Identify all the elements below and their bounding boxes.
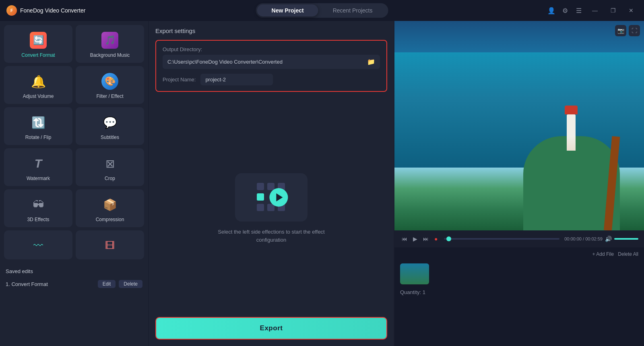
extra-2-icon: 🎞 — [101, 237, 119, 255]
tab-new-project[interactable]: New Project — [257, 4, 318, 17]
file-list-area: + Add File Delete All Quantity: 1 — [394, 247, 644, 346]
app-logo-icon: F — [6, 5, 17, 16]
delete-all-button[interactable]: Delete All — [618, 251, 638, 257]
tool-background-music[interactable]: 🎵 Background Music — [76, 25, 144, 63]
tab-recent-projects[interactable]: Recent Projects — [318, 4, 387, 17]
file-list-header: + Add File Delete All — [400, 251, 638, 257]
rotate-flip-label: Rotate / Flip — [25, 135, 52, 140]
video-controls-bar: ⏮ ▶ ⏭ ● 00:00:00 / 00:02:59 🔊 — [394, 230, 644, 247]
tool-filter-effect[interactable]: 🎨 Filter / Effect — [76, 66, 144, 104]
output-directory-value: C:\Users\pc\FoneDog Video Converter\Conv… — [167, 59, 364, 65]
rotate-flip-icon: 🔃 — [29, 114, 47, 131]
output-directory-value-row[interactable]: C:\Users\pc\FoneDog Video Converter\Conv… — [163, 55, 380, 69]
record-button[interactable]: ● — [433, 235, 439, 243]
nav-tabs: New Project Recent Projects — [256, 3, 388, 18]
filter-effect-icon: 🎨 — [101, 73, 119, 90]
progress-track[interactable] — [444, 238, 559, 240]
window-controls: 👤 ⚙ ☰ — ❐ ✕ — [547, 6, 638, 15]
preview-overlay-btns: 📷 ⛶ — [615, 25, 640, 36]
play-button-overlay — [269, 188, 288, 207]
video-thumbnail — [394, 21, 644, 230]
output-directory-label: Output Directory: — [163, 46, 380, 52]
main-layout: 🔄 Convert Format 🎵 Background Music 🔔 Ad… — [0, 21, 644, 346]
watermark-label: Watermark — [27, 176, 50, 181]
title-bar: F FoneDog Video Converter New Project Re… — [0, 0, 644, 21]
lighthouse-body — [567, 114, 576, 151]
center-panel: Export settings Output Directory: C:\Use… — [149, 21, 394, 346]
saved-edit-name: 1. Convert Format — [6, 281, 48, 287]
compression-label: Compression — [96, 217, 124, 222]
tool-extra-2[interactable]: 🎞 — [76, 230, 144, 259]
background-music-icon: 🎵 — [101, 31, 119, 49]
saved-edits-section: Saved edits 1. Convert Format Edit Delet… — [4, 264, 144, 294]
time-display: 00:00:00 / 00:02:59 — [564, 236, 603, 241]
menu-icon[interactable]: ☰ — [574, 6, 583, 15]
progress-thumb — [446, 236, 451, 241]
crop-icon: ⊠ — [101, 155, 119, 172]
tool-extra-1[interactable]: 〰 — [4, 230, 72, 259]
skip-forward-button[interactable]: ⏭ — [421, 235, 430, 243]
subtitles-icon: 💬 — [101, 114, 119, 131]
effect-placeholder: Select the left side effections to start… — [155, 100, 387, 317]
app-title: FoneDog Video Converter — [20, 7, 85, 14]
user-icon[interactable]: 👤 — [547, 6, 556, 15]
browse-folder-icon[interactable]: 📁 — [367, 58, 375, 66]
export-settings-title: Export settings — [155, 27, 387, 34]
file-thumb-image — [400, 263, 429, 284]
minimize-button[interactable]: — — [588, 6, 602, 15]
convert-format-icon: 🔄 — [29, 31, 47, 49]
right-panel: 📷 ⛶ ⏮ ▶ ⏭ ● 00:00:00 / 00:02:59 🔊 + Add … — [394, 21, 644, 346]
3d-effects-label: 3D Effects — [27, 217, 49, 222]
project-name-row: Project Name: — [163, 74, 380, 85]
adjust-volume-icon: 🔔 — [29, 73, 47, 90]
filter-effect-label: Filter / Effect — [96, 93, 123, 99]
convert-format-label: Convert Format — [21, 52, 55, 58]
export-button[interactable]: Export — [155, 317, 387, 340]
lighthouse-top — [565, 106, 578, 114]
saved-edits-title: Saved edits — [6, 268, 142, 274]
add-file-button[interactable]: + Add File — [592, 251, 614, 257]
fullscreen-button[interactable]: ⛶ — [629, 25, 640, 36]
project-name-input[interactable] — [200, 74, 273, 85]
saved-edit-actions: Edit Delete — [98, 280, 142, 288]
export-settings-box: Output Directory: C:\Users\pc\FoneDog Vi… — [155, 40, 387, 92]
compression-icon: 📦 — [101, 196, 119, 213]
video-preview: 📷 ⛶ — [394, 21, 644, 230]
play-triangle-icon — [276, 193, 283, 201]
tool-rotate-flip[interactable]: 🔃 Rotate / Flip — [4, 107, 72, 145]
watermark-icon: T — [29, 155, 47, 172]
effect-description: Select the left side effections to start… — [218, 228, 324, 244]
tool-subtitles[interactable]: 💬 Subtitles — [76, 107, 144, 145]
adjust-volume-label: Adjust Volume — [23, 93, 54, 99]
background-music-label: Background Music — [90, 52, 130, 58]
dot-1 — [257, 183, 264, 190]
maximize-button[interactable]: ❐ — [607, 6, 620, 15]
close-button[interactable]: ✕ — [625, 6, 638, 15]
tool-watermark[interactable]: T Watermark — [4, 148, 72, 186]
settings-icon[interactable]: ⚙ — [561, 6, 570, 15]
tool-compression[interactable]: 📦 Compression — [76, 189, 144, 227]
dot-7 — [257, 204, 264, 211]
app-logo: F FoneDog Video Converter — [6, 5, 85, 16]
subtitles-label: Subtitles — [101, 135, 119, 140]
project-name-label: Project Name: — [163, 77, 196, 83]
play-pause-button[interactable]: ▶ — [411, 235, 419, 243]
tool-convert-format[interactable]: 🔄 Convert Format — [4, 25, 72, 63]
tool-3d-effects[interactable]: 🕶 3D Effects — [4, 189, 72, 227]
volume-icon[interactable]: 🔊 — [605, 236, 612, 242]
output-directory-field: Output Directory: C:\Users\pc\FoneDog Vi… — [163, 46, 380, 69]
tool-crop[interactable]: ⊠ Crop — [76, 148, 144, 186]
tools-grid: 🔄 Convert Format 🎵 Background Music 🔔 Ad… — [4, 25, 144, 227]
effect-icon-area — [235, 173, 308, 222]
screenshot-button[interactable]: 📷 — [615, 25, 626, 36]
tool-adjust-volume[interactable]: 🔔 Adjust Volume — [4, 66, 72, 104]
dot-2 — [267, 183, 275, 190]
delete-button[interactable]: Delete — [119, 280, 142, 288]
edit-button[interactable]: Edit — [98, 280, 116, 288]
3d-effects-icon: 🕶 — [29, 196, 47, 213]
file-item[interactable] — [400, 261, 638, 287]
volume-bar[interactable] — [614, 238, 638, 240]
skip-back-button[interactable]: ⏮ — [400, 235, 409, 243]
quantity-text: Quantity: 1 — [400, 289, 638, 295]
file-thumbnail — [400, 263, 429, 284]
